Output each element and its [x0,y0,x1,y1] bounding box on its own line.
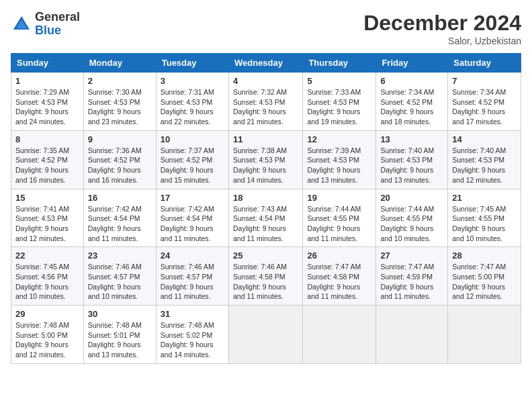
day-number: 28 [452,250,517,261]
day-info: Sunrise: 7:48 AM Sunset: 5:01 PM Dayligh… [88,320,152,360]
calendar-cell: 11Sunrise: 7:38 AM Sunset: 4:53 PM Dayli… [228,130,302,189]
calendar-cell: 8Sunrise: 7:35 AM Sunset: 4:52 PM Daylig… [11,130,84,189]
day-info: Sunrise: 7:47 AM Sunset: 5:00 PM Dayligh… [452,262,517,302]
calendar-cell: 1Sunrise: 7:29 AM Sunset: 4:53 PM Daylig… [11,73,84,131]
week-row: 15Sunrise: 7:41 AM Sunset: 4:53 PM Dayli… [11,189,521,247]
day-number: 13 [380,134,443,144]
calendar-cell: 6Sunrise: 7:34 AM Sunset: 4:52 PM Daylig… [376,73,448,131]
day-number: 15 [15,193,79,203]
day-info: Sunrise: 7:35 AM Sunset: 4:52 PM Dayligh… [15,146,79,185]
day-info: Sunrise: 7:44 AM Sunset: 4:55 PM Dayligh… [307,204,371,244]
day-number: 18 [233,193,298,203]
day-number: 11 [233,134,298,144]
day-info: Sunrise: 7:31 AM Sunset: 4:53 PM Dayligh… [161,87,224,127]
day-number: 10 [161,134,224,144]
day-number: 14 [452,134,517,144]
calendar-cell: 10Sunrise: 7:37 AM Sunset: 4:52 PM Dayli… [156,130,228,189]
day-info: Sunrise: 7:38 AM Sunset: 4:53 PM Dayligh… [233,146,298,185]
col-header-saturday: Saturday [448,54,521,73]
calendar-cell: 17Sunrise: 7:42 AM Sunset: 4:54 PM Dayli… [156,189,228,247]
calendar-cell: 28Sunrise: 7:47 AM Sunset: 5:00 PM Dayli… [448,247,521,306]
day-number: 21 [452,193,517,203]
day-info: Sunrise: 7:47 AM Sunset: 4:58 PM Dayligh… [307,262,371,302]
day-number: 2 [88,76,152,86]
day-info: Sunrise: 7:45 AM Sunset: 4:55 PM Dayligh… [452,204,517,244]
day-info: Sunrise: 7:41 AM Sunset: 4:53 PM Dayligh… [15,204,79,244]
day-number: 30 [88,309,152,319]
day-info: Sunrise: 7:47 AM Sunset: 4:59 PM Dayligh… [380,262,443,302]
logo-icon [11,13,32,35]
day-info: Sunrise: 7:32 AM Sunset: 4:53 PM Dayligh… [233,87,298,127]
calendar-cell: 21Sunrise: 7:45 AM Sunset: 4:55 PM Dayli… [448,189,521,247]
calendar-cell: 18Sunrise: 7:43 AM Sunset: 4:54 PM Dayli… [228,189,302,247]
calendar-table: SundayMondayTuesdayWednesdayThursdayFrid… [11,53,521,364]
col-header-tuesday: Tuesday [156,54,228,73]
calendar-cell: 2Sunrise: 7:30 AM Sunset: 4:53 PM Daylig… [83,73,156,131]
day-info: Sunrise: 7:48 AM Sunset: 5:00 PM Dayligh… [15,320,79,360]
col-header-wednesday: Wednesday [228,54,302,73]
day-info: Sunrise: 7:42 AM Sunset: 4:54 PM Dayligh… [161,204,224,244]
day-number: 26 [307,250,371,261]
day-info: Sunrise: 7:34 AM Sunset: 4:52 PM Dayligh… [380,87,443,127]
day-number: 27 [380,250,443,261]
day-info: Sunrise: 7:29 AM Sunset: 4:53 PM Dayligh… [15,87,79,127]
calendar-cell [376,306,448,364]
calendar-cell: 12Sunrise: 7:39 AM Sunset: 4:53 PM Dayli… [303,130,376,189]
calendar-cell: 31Sunrise: 7:48 AM Sunset: 5:02 PM Dayli… [156,306,228,364]
day-number: 19 [307,193,371,203]
day-info: Sunrise: 7:46 AM Sunset: 4:57 PM Dayligh… [88,262,152,302]
day-number: 3 [161,76,224,86]
day-info: Sunrise: 7:39 AM Sunset: 4:53 PM Dayligh… [307,146,371,185]
calendar-cell: 30Sunrise: 7:48 AM Sunset: 5:01 PM Dayli… [83,306,156,364]
day-info: Sunrise: 7:33 AM Sunset: 4:53 PM Dayligh… [307,87,371,127]
month-title: December 2024 [363,11,521,36]
day-number: 31 [161,309,224,319]
day-number: 24 [161,250,224,261]
day-number: 23 [88,250,152,261]
day-number: 8 [15,134,79,144]
day-info: Sunrise: 7:40 AM Sunset: 4:53 PM Dayligh… [380,146,443,185]
calendar-cell: 29Sunrise: 7:48 AM Sunset: 5:00 PM Dayli… [11,306,84,364]
logo: General Blue [11,11,80,38]
week-row: 29Sunrise: 7:48 AM Sunset: 5:00 PM Dayli… [11,306,521,364]
calendar-cell: 9Sunrise: 7:36 AM Sunset: 4:52 PM Daylig… [83,130,156,189]
col-header-sunday: Sunday [11,54,84,73]
calendar-cell: 25Sunrise: 7:46 AM Sunset: 4:58 PM Dayli… [228,247,302,306]
day-info: Sunrise: 7:40 AM Sunset: 4:53 PM Dayligh… [452,146,517,185]
calendar-cell: 22Sunrise: 7:45 AM Sunset: 4:56 PM Dayli… [11,247,84,306]
logo-text: General Blue [35,11,80,38]
location: Salor, Uzbekistan [363,36,521,46]
day-number: 7 [452,76,517,86]
col-header-friday: Friday [376,54,448,73]
day-number: 9 [88,134,152,144]
calendar-cell: 5Sunrise: 7:33 AM Sunset: 4:53 PM Daylig… [303,73,376,131]
calendar-cell: 26Sunrise: 7:47 AM Sunset: 4:58 PM Dayli… [303,247,376,306]
day-info: Sunrise: 7:46 AM Sunset: 4:57 PM Dayligh… [161,262,224,302]
day-number: 16 [88,193,152,203]
week-row: 1Sunrise: 7:29 AM Sunset: 4:53 PM Daylig… [11,73,521,131]
day-info: Sunrise: 7:37 AM Sunset: 4:52 PM Dayligh… [161,146,224,185]
day-info: Sunrise: 7:46 AM Sunset: 4:58 PM Dayligh… [233,262,298,302]
day-info: Sunrise: 7:45 AM Sunset: 4:56 PM Dayligh… [15,262,79,302]
calendar-cell: 24Sunrise: 7:46 AM Sunset: 4:57 PM Dayli… [156,247,228,306]
day-number: 20 [380,193,443,203]
title-area: December 2024 Salor, Uzbekistan [363,11,521,46]
calendar-cell: 16Sunrise: 7:42 AM Sunset: 4:54 PM Dayli… [83,189,156,247]
col-header-monday: Monday [83,54,156,73]
calendar-cell: 27Sunrise: 7:47 AM Sunset: 4:59 PM Dayli… [376,247,448,306]
calendar-cell: 23Sunrise: 7:46 AM Sunset: 4:57 PM Dayli… [83,247,156,306]
day-number: 17 [161,193,224,203]
day-number: 22 [15,250,79,261]
calendar-cell: 15Sunrise: 7:41 AM Sunset: 4:53 PM Dayli… [11,189,84,247]
calendar-cell: 13Sunrise: 7:40 AM Sunset: 4:53 PM Dayli… [376,130,448,189]
day-info: Sunrise: 7:34 AM Sunset: 4:52 PM Dayligh… [452,87,517,127]
calendar-cell: 19Sunrise: 7:44 AM Sunset: 4:55 PM Dayli… [303,189,376,247]
day-number: 25 [233,250,298,261]
day-number: 1 [15,76,79,86]
calendar-cell [303,306,376,364]
calendar-cell: 3Sunrise: 7:31 AM Sunset: 4:53 PM Daylig… [156,73,228,131]
day-info: Sunrise: 7:44 AM Sunset: 4:55 PM Dayligh… [380,204,443,244]
col-header-thursday: Thursday [303,54,376,73]
calendar-cell [448,306,521,364]
calendar-cell: 14Sunrise: 7:40 AM Sunset: 4:53 PM Dayli… [448,130,521,189]
